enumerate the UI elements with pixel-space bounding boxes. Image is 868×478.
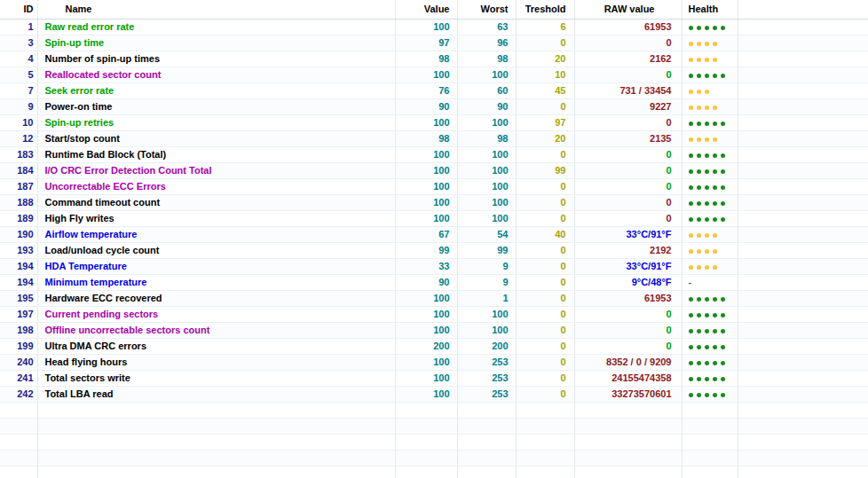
attribute-raw-value-cell: 9°C/48°F xyxy=(574,275,682,291)
smart-attribute-row[interactable]: 183Runtime Bad Block (Total)10010000 xyxy=(0,147,868,163)
attribute-name-cell: Head flying hours xyxy=(37,355,395,371)
smart-attribute-row[interactable]: 3Spin-up time979600 xyxy=(0,35,868,51)
smart-attribute-row[interactable]: 188Command timeout count10010000 xyxy=(0,195,868,211)
row-filler-cell xyxy=(738,275,868,291)
smart-attribute-row[interactable]: 9Power-on time909009227 xyxy=(0,99,868,115)
health-dot-icon xyxy=(689,265,693,270)
attribute-raw-value-cell: 0 xyxy=(574,115,682,131)
row-filler-cell xyxy=(738,307,868,323)
smart-attribute-row[interactable]: 193Load/unload cycle count999902192 xyxy=(0,243,868,259)
attribute-health-cell xyxy=(682,83,738,99)
attribute-name-cell: Total sectors write xyxy=(37,371,395,387)
attribute-worst-cell: 253 xyxy=(457,387,516,403)
row-filler-cell xyxy=(738,323,868,339)
smart-attribute-row[interactable]: 1Raw read error rate10063661953 xyxy=(0,20,868,35)
empty-cell xyxy=(738,466,868,478)
smart-attribute-row[interactable]: 241Total sectors write100253024155474358 xyxy=(0,371,868,387)
health-dot-icon xyxy=(697,74,701,78)
attribute-worst-cell: 1 xyxy=(457,291,516,307)
attribute-treshold-cell: 40 xyxy=(516,227,574,243)
attribute-worst-cell: 100 xyxy=(457,147,516,163)
smart-attribute-row[interactable]: 5Reallocated sector count100100100 xyxy=(0,67,868,83)
row-filler-cell xyxy=(738,147,868,163)
empty-cell xyxy=(682,435,738,451)
attribute-value-cell: 100 xyxy=(395,323,457,339)
smart-attribute-row[interactable]: 189High Fly writes10010000 xyxy=(0,211,868,227)
smart-attribute-row[interactable]: 190Airflow temperature67544033°C/91°F xyxy=(0,227,868,243)
attribute-id-cell: 189 xyxy=(0,211,37,227)
health-dot-icon xyxy=(689,249,693,254)
attribute-worst-cell: 100 xyxy=(457,115,516,131)
empty-cell xyxy=(574,435,682,451)
smart-attribute-row[interactable]: 4Number of spin-up times9898202162 xyxy=(0,51,868,67)
attribute-raw-value-cell: 0 xyxy=(574,339,682,355)
column-header-worst: Worst xyxy=(457,0,516,20)
attribute-worst-cell: 100 xyxy=(457,67,516,83)
row-filler-cell xyxy=(738,51,868,67)
attribute-worst-cell: 100 xyxy=(457,179,516,195)
health-dot-icon xyxy=(721,121,725,126)
empty-cell xyxy=(457,419,516,435)
health-dot-icon xyxy=(705,393,709,397)
attribute-value-cell: 100 xyxy=(395,355,457,371)
empty-cell xyxy=(682,451,738,466)
health-dot-icon xyxy=(697,153,701,158)
health-dot-icon xyxy=(697,42,701,46)
row-filler-cell xyxy=(738,243,868,259)
attribute-worst-cell: 54 xyxy=(457,227,516,243)
smart-attribute-row[interactable]: 194Minimum temperature90909°C/48°F- xyxy=(0,275,868,291)
smart-attribute-row[interactable]: 10Spin-up retries100100970 xyxy=(0,115,868,131)
health-dot-icon xyxy=(721,297,725,302)
row-filler-cell xyxy=(738,179,868,195)
smart-attribute-row[interactable]: 195Hardware ECC recovered1001061953 xyxy=(0,291,868,307)
attribute-treshold-cell: 0 xyxy=(516,275,574,291)
attribute-name-cell: Load/unload cycle count xyxy=(37,243,395,259)
smart-attribute-row[interactable]: 197Current pending sectors10010000 xyxy=(0,307,868,323)
attribute-id-cell: 242 xyxy=(0,387,37,403)
health-dot-icon xyxy=(705,265,709,270)
attribute-value-cell: 200 xyxy=(395,339,457,355)
attribute-raw-value-cell: 0 xyxy=(574,35,682,51)
empty-cell xyxy=(0,403,37,419)
empty-cell xyxy=(516,466,574,478)
attribute-name-cell: Runtime Bad Block (Total) xyxy=(37,147,395,163)
smart-attribute-row[interactable]: 199Ultra DMA CRC errors20020000 xyxy=(0,339,868,355)
health-dot-icon xyxy=(697,249,701,254)
attribute-treshold-cell: 0 xyxy=(516,259,574,275)
smart-attribute-row[interactable]: 194HDA Temperature339033°C/91°F xyxy=(0,259,868,275)
attribute-id-cell: 187 xyxy=(0,179,37,195)
attribute-value-cell: 100 xyxy=(395,147,457,163)
smart-attribute-row[interactable]: 198Offline uncorrectable sectors count10… xyxy=(0,323,868,339)
empty-cell xyxy=(0,451,37,466)
attribute-name-cell: Spin-up retries xyxy=(37,115,395,131)
smart-attribute-row[interactable]: 242Total LBA read100253033273570601 xyxy=(0,387,868,403)
attribute-id-cell: 194 xyxy=(0,275,37,291)
attribute-value-cell: 100 xyxy=(395,20,457,35)
smart-attribute-row[interactable]: 12Start/stop count9898202135 xyxy=(0,131,868,147)
attribute-id-cell: 241 xyxy=(0,371,37,387)
empty-cell xyxy=(37,451,395,466)
smart-attribute-row[interactable]: 187Uncorrectable ECC Errors10010000 xyxy=(0,179,868,195)
smart-attribute-row[interactable]: 7Seek error rate766045731 / 33454 xyxy=(0,83,868,99)
health-dot-icon xyxy=(689,90,693,94)
attribute-name-cell: I/O CRC Error Detection Count Total xyxy=(37,163,395,179)
empty-cell xyxy=(457,451,516,466)
row-filler-cell xyxy=(738,355,868,371)
attribute-name-cell: Airflow temperature xyxy=(37,227,395,243)
smart-attribute-row[interactable]: 184I/O CRC Error Detection Count Total10… xyxy=(0,163,868,179)
attribute-raw-value-cell: 9227 xyxy=(574,99,682,115)
attribute-id-cell: 197 xyxy=(0,307,37,323)
health-dot-icon xyxy=(697,297,701,302)
health-dot-icon xyxy=(713,121,717,126)
attribute-value-cell: 98 xyxy=(395,131,457,147)
smart-attribute-row[interactable]: 240Head flying hours10025308352 / 0 / 92… xyxy=(0,355,868,371)
health-dot-icon xyxy=(705,185,709,190)
health-dot-icon xyxy=(697,106,701,110)
attribute-value-cell: 97 xyxy=(395,35,457,51)
attribute-raw-value-cell: 33°C/91°F xyxy=(574,227,682,243)
smart-attributes-panel: ID Name Value Worst Treshold RAW value H… xyxy=(0,0,868,478)
empty-cell xyxy=(457,435,516,451)
attribute-health-cell xyxy=(682,195,738,211)
attribute-raw-value-cell: 0 xyxy=(574,179,682,195)
health-dot-icon xyxy=(689,313,693,317)
